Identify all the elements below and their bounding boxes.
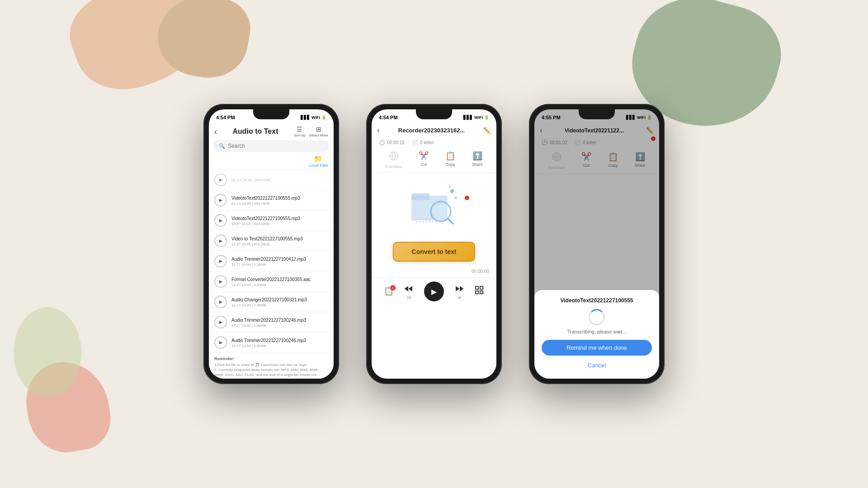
phone-1-screen: 4:54 PM ▋▋▋ WiFi 🔋 ‹ Audio to Text ☰ Sor… bbox=[209, 109, 334, 379]
sort-label: Sort by bbox=[294, 133, 305, 137]
search-icon: 🔍 bbox=[219, 143, 225, 149]
file-info: Audio Trimmer20221227100412.mp3 12-27 10… bbox=[231, 256, 328, 267]
list-item[interactable]: ▶ VideotoText20221227100555.mp3 02-14 18… bbox=[209, 190, 334, 211]
modal-status-text: Transcribing, please wait... bbox=[542, 329, 652, 334]
list-item[interactable]: ▶ VideotoText20221227100555.mp3 12-27 10… bbox=[209, 211, 334, 231]
file-name: Audio Trimmer20221227100412.mp3 bbox=[231, 256, 328, 262]
svg-rect-1 bbox=[411, 193, 429, 200]
file-info: Audio Changer20221227100321.mp3 12-27 10… bbox=[231, 297, 328, 307]
notification-badge: 1 bbox=[390, 285, 396, 291]
list-item[interactable]: ▶ Audio Trimmer20221227100246.mp3 12-27 … bbox=[209, 333, 334, 353]
play-button[interactable]: ▶ bbox=[214, 316, 227, 328]
file-name: Video to Text20221227100555.mp3 bbox=[231, 236, 328, 242]
reminder-text-1: 1.Find the file to share to 🎵 TransVoice… bbox=[214, 362, 328, 367]
list-item[interactable]: ▶ Audio Changer20221227100321.mp3 12-27 … bbox=[209, 292, 334, 312]
file-meta: 02-14 18:05 | 364.19KB bbox=[231, 202, 328, 206]
phone-3-screen: 4:55 PM ▋▋▋ WiFi 🔋 ‹ VideotoText20221122… bbox=[534, 109, 659, 379]
notch-1 bbox=[253, 109, 289, 119]
copy-icon: 📋 bbox=[445, 151, 455, 161]
play-button[interactable]: ▶ bbox=[214, 194, 227, 206]
recorder-letters: 0 letter bbox=[420, 140, 434, 145]
recorder-timeline: 00:00:00 bbox=[372, 269, 496, 277]
phone1-back-button[interactable]: ‹ bbox=[214, 127, 217, 136]
select-more-button[interactable]: ⊞ Select More bbox=[309, 126, 328, 137]
waveform-illustration bbox=[402, 182, 466, 227]
reminder-section: Reminder: 1.Find the file to share to 🎵 … bbox=[209, 353, 334, 379]
rewind-15-button[interactable]: 15 bbox=[403, 283, 414, 300]
select-label: Select More bbox=[309, 133, 328, 137]
remind-me-button[interactable]: Remind me when done bbox=[542, 340, 652, 356]
search-input[interactable] bbox=[228, 143, 324, 149]
convert-to-text-button[interactable]: Convert to text bbox=[393, 242, 476, 262]
rewind-icon bbox=[403, 283, 414, 296]
cut-button[interactable]: ✂️ Cut bbox=[419, 151, 429, 169]
forward-label: 16 bbox=[457, 296, 461, 300]
play-button[interactable]: ▶ bbox=[214, 174, 227, 186]
play-main-icon: ▶ bbox=[431, 287, 437, 296]
list-item[interactable]: ▶ Audio Trimmer20221227100412.mp3 12-27 … bbox=[209, 251, 334, 272]
doc-icon: 📄 bbox=[412, 140, 418, 145]
local-files-tab: 📁 Local Files bbox=[209, 155, 334, 169]
edit-icon[interactable]: ✏️ bbox=[483, 127, 491, 134]
search-bar[interactable]: 🔍 bbox=[214, 140, 328, 152]
play-button[interactable]: ▶ bbox=[214, 275, 227, 288]
waveform-area bbox=[372, 173, 496, 236]
svg-point-3 bbox=[434, 205, 448, 218]
select-icon: ⊞ bbox=[316, 126, 321, 133]
share-icon: ⬆️ bbox=[472, 151, 482, 161]
forward-16-button[interactable]: 16 bbox=[454, 283, 465, 300]
trim-icon bbox=[474, 285, 484, 297]
status-time-1: 4:54 PM bbox=[216, 115, 235, 120]
forward-icon bbox=[454, 283, 465, 296]
play-button[interactable]: ▶ bbox=[214, 255, 227, 267]
phone-1: 4:54 PM ▋▋▋ WiFi 🔋 ‹ Audio to Text ☰ Sor… bbox=[203, 104, 339, 384]
playlist-button[interactable]: 📋 1 bbox=[384, 286, 394, 297]
phone-2: 4:54 PM ▋▋▋ WiFi 🔋 ‹ Recorder20230323162… bbox=[366, 104, 502, 384]
recorder-title: Recorder20230323162... bbox=[383, 127, 480, 134]
phone1-title: Audio to Text bbox=[232, 127, 278, 136]
play-button[interactable]: ▶ bbox=[214, 214, 227, 227]
file-name: Audio Trimmer20221227100246.mp3 bbox=[231, 338, 328, 343]
svg-point-6 bbox=[454, 197, 457, 199]
phone-3: 4:55 PM ▋▋▋ WiFi 🔋 ‹ VideotoText20221122… bbox=[529, 104, 665, 384]
trim-button[interactable] bbox=[474, 285, 484, 298]
recorder-tools: Translate ✂️ Cut 📋 Copy ⬆️ Share bbox=[372, 147, 496, 173]
file-meta: 12-27 10:04 | 2.16MB bbox=[231, 263, 328, 267]
recorder-duration: 00:00:15 bbox=[387, 140, 405, 145]
share-label: Share bbox=[472, 162, 483, 167]
signal-icon-2: ▋▋▋ bbox=[463, 115, 473, 120]
file-info: VideotoText20221227100555.mp3 12-27 10:1… bbox=[231, 216, 328, 226]
local-files-button[interactable]: 📁 Local Files bbox=[309, 155, 328, 168]
cancel-button[interactable]: Cancel bbox=[542, 359, 652, 371]
notch-2 bbox=[416, 109, 452, 119]
timeline-value: 00:00:00 bbox=[472, 269, 489, 274]
play-button[interactable]: ▶ bbox=[214, 296, 227, 308]
play-main-button[interactable]: ▶ bbox=[424, 282, 444, 301]
copy-label: Copy bbox=[445, 162, 455, 167]
play-button[interactable]: ▶ bbox=[214, 336, 227, 349]
share-button[interactable]: ⬆️ Share bbox=[472, 151, 483, 169]
sort-button[interactable]: ☰ Sort by bbox=[294, 126, 305, 137]
file-meta: 12-27 10:02 | 1.80MB bbox=[231, 324, 328, 328]
list-item[interactable]: ▶ Format Converter20221227100355.aac 12-… bbox=[209, 272, 334, 292]
reminder-text-2: 2. Currently supported audio formats are… bbox=[214, 367, 328, 379]
spinner bbox=[589, 309, 605, 325]
battery-icon-2: 🔋 bbox=[484, 115, 489, 120]
file-meta: 12-27 10:03 | 2.99MB bbox=[231, 303, 328, 307]
duration-meta: 🕐 00:00:15 bbox=[379, 140, 405, 145]
copy-button[interactable]: 📋 Copy bbox=[445, 151, 455, 169]
wifi-icon-1: WiFi bbox=[311, 115, 320, 120]
file-name: VideotoText20221227100555.mp3 bbox=[231, 195, 328, 201]
list-item[interactable]: ▶ Audio Trimmer20221227100246.mp3 12-27 … bbox=[209, 312, 334, 333]
bg-decoration-5 bbox=[14, 307, 81, 398]
file-name: Format Converter20221227100355.aac bbox=[231, 277, 328, 282]
play-button[interactable]: ▶ bbox=[214, 235, 227, 247]
list-item[interactable]: ▶ 02–14 18:35 | 304.67KB bbox=[209, 169, 334, 190]
file-name: Audio Changer20221227100321.mp3 bbox=[231, 297, 328, 303]
svg-rect-10 bbox=[476, 286, 478, 289]
svg-rect-11 bbox=[480, 286, 483, 289]
modal-overlay: VideotoText20221227100555 Transcribing, … bbox=[534, 109, 659, 379]
recorder-back-button[interactable]: ‹ bbox=[377, 126, 380, 135]
translate-button[interactable]: Translate bbox=[385, 151, 402, 169]
list-item[interactable]: ▶ Video to Text20221227100555.mp3 12-27 … bbox=[209, 231, 334, 251]
